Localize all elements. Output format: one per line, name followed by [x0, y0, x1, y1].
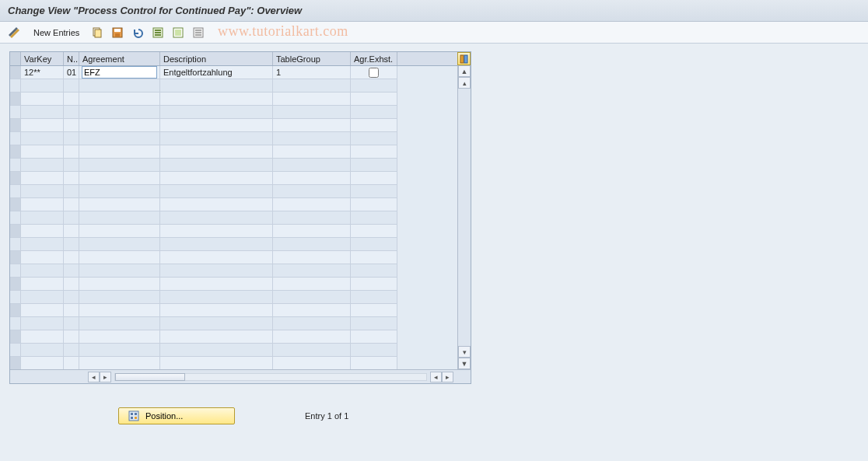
- cell-varkey[interactable]: [21, 225, 64, 238]
- row-selector[interactable]: [10, 344, 21, 357]
- select-block-icon[interactable]: [170, 25, 186, 40]
- col-varkey[interactable]: VarKey: [21, 52, 64, 65]
- horizontal-scrollbar[interactable]: ◂ ▸ ◂ ▸: [10, 369, 471, 383]
- cell-agr-exhst[interactable]: [351, 278, 397, 291]
- cell-varkey[interactable]: [21, 291, 64, 304]
- cell-varkey[interactable]: [21, 357, 64, 370]
- cell-varkey[interactable]: [21, 251, 64, 264]
- cell-n[interactable]: [64, 93, 79, 106]
- cell-n[interactable]: [64, 106, 79, 119]
- cell-tablegroup[interactable]: [273, 198, 351, 211]
- cell-agr-exhst[interactable]: [351, 145, 397, 159]
- cell-agreement[interactable]: [79, 132, 160, 145]
- row-selector[interactable]: [10, 238, 21, 251]
- scroll-last-icon[interactable]: ▸: [442, 372, 453, 382]
- cell-description[interactable]: [160, 145, 273, 159]
- scroll-left-icon[interactable]: ▸: [100, 372, 111, 382]
- cell-agreement[interactable]: [79, 106, 160, 119]
- cell-varkey[interactable]: [21, 93, 64, 106]
- cell-n[interactable]: [64, 317, 79, 330]
- row-selector[interactable]: [10, 172, 21, 185]
- cell-agr-exhst[interactable]: [351, 93, 397, 106]
- cell-agreement[interactable]: [79, 291, 160, 304]
- cell-n[interactable]: [64, 344, 79, 357]
- cell-description[interactable]: [160, 79, 273, 93]
- cell-agr-exhst[interactable]: [351, 291, 397, 304]
- scroll-right-icon[interactable]: ◂: [430, 372, 442, 382]
- cell-description[interactable]: [160, 330, 273, 344]
- row-selector[interactable]: [10, 132, 21, 145]
- cell-varkey[interactable]: [21, 264, 64, 278]
- cell-agr-exhst[interactable]: [351, 211, 397, 225]
- row-selector[interactable]: [10, 66, 21, 79]
- cell-description[interactable]: [160, 172, 273, 185]
- cell-agr-exhst[interactable]: [351, 304, 397, 317]
- cell-varkey[interactable]: [21, 132, 64, 145]
- cell-description[interactable]: [160, 185, 273, 198]
- cell-agreement[interactable]: [79, 93, 160, 106]
- cell-description[interactable]: [160, 238, 273, 251]
- scroll-first-icon[interactable]: ◂: [88, 372, 100, 382]
- cell-agreement[interactable]: [79, 264, 160, 278]
- cell-tablegroup[interactable]: [273, 238, 351, 251]
- cell-n[interactable]: [64, 145, 79, 159]
- cell-n[interactable]: [64, 251, 79, 264]
- row-selector[interactable]: [10, 225, 21, 238]
- hscroll-thumb[interactable]: [115, 373, 185, 381]
- cell-varkey[interactable]: [21, 185, 64, 198]
- cell-agreement[interactable]: [79, 330, 160, 344]
- cell-tablegroup[interactable]: [273, 79, 351, 93]
- cell-tablegroup[interactable]: [273, 357, 351, 370]
- vertical-scrollbar[interactable]: ▲ ▴ ▾ ▼: [457, 65, 471, 369]
- cell-agreement[interactable]: [79, 198, 160, 211]
- row-selector[interactable]: [10, 119, 21, 132]
- col-select-all[interactable]: [10, 52, 21, 65]
- undo-icon[interactable]: [130, 25, 145, 40]
- agreement-input[interactable]: [82, 67, 156, 78]
- col-agreement[interactable]: Agreement: [79, 52, 160, 65]
- cell-n[interactable]: [64, 225, 79, 238]
- cell-description[interactable]: [160, 132, 273, 145]
- cell-tablegroup[interactable]: [273, 278, 351, 291]
- cell-tablegroup[interactable]: 1: [273, 66, 351, 79]
- cell-tablegroup[interactable]: [273, 185, 351, 198]
- vscroll-track[interactable]: [458, 89, 471, 346]
- cell-varkey[interactable]: [21, 172, 64, 185]
- cell-description[interactable]: [160, 211, 273, 225]
- cell-agr-exhst[interactable]: [351, 185, 397, 198]
- cell-varkey[interactable]: [21, 317, 64, 330]
- cell-n[interactable]: 01: [64, 66, 79, 79]
- cell-agr-exhst[interactable]: [351, 79, 397, 93]
- cell-varkey[interactable]: [21, 304, 64, 317]
- col-tablegroup[interactable]: TableGroup: [273, 52, 351, 65]
- cell-agr-exhst[interactable]: [351, 119, 397, 132]
- row-selector[interactable]: [10, 211, 21, 225]
- cell-varkey[interactable]: [21, 330, 64, 344]
- toggle-change-icon[interactable]: [6, 25, 23, 40]
- copy-icon[interactable]: [89, 25, 105, 40]
- cell-tablegroup[interactable]: [273, 330, 351, 344]
- cell-n[interactable]: [64, 198, 79, 211]
- scroll-down-step-icon[interactable]: ▾: [458, 346, 471, 358]
- cell-n[interactable]: [64, 264, 79, 278]
- cell-varkey[interactable]: [21, 119, 64, 132]
- cell-varkey[interactable]: [21, 79, 64, 93]
- cell-varkey[interactable]: [21, 198, 64, 211]
- cell-agreement[interactable]: [79, 211, 160, 225]
- cell-description[interactable]: [160, 119, 273, 132]
- cell-varkey[interactable]: [21, 145, 64, 159]
- save-icon[interactable]: [110, 25, 125, 40]
- row-selector[interactable]: [10, 198, 21, 211]
- new-entries-button[interactable]: New Entries: [28, 25, 85, 40]
- cell-n[interactable]: [64, 291, 79, 304]
- cell-tablegroup[interactable]: [273, 225, 351, 238]
- row-selector[interactable]: [10, 278, 21, 291]
- cell-agr-exhst[interactable]: [351, 264, 397, 278]
- cell-agreement[interactable]: [79, 225, 160, 238]
- cell-agreement[interactable]: [79, 185, 160, 198]
- cell-tablegroup[interactable]: [273, 119, 351, 132]
- cell-description[interactable]: [160, 264, 273, 278]
- cell-agreement[interactable]: [79, 357, 160, 370]
- cell-n[interactable]: [64, 330, 79, 344]
- cell-description[interactable]: [160, 198, 273, 211]
